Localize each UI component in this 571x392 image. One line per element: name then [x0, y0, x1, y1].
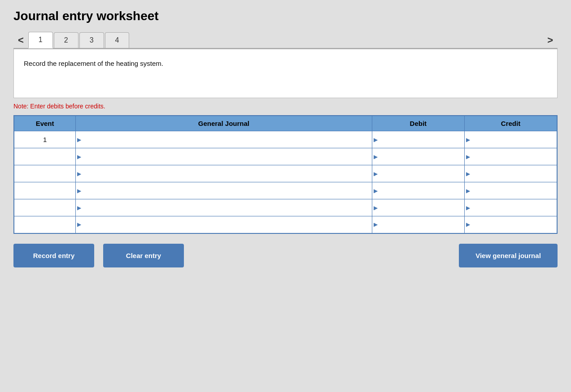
- tab-3[interactable]: 3: [79, 32, 104, 48]
- instruction-text: Record the replacement of the heating sy…: [24, 60, 163, 67]
- instruction-box: Record the replacement of the heating sy…: [13, 49, 558, 98]
- journal-table: Event General Journal Debit Credit 1▶▶▶▶…: [13, 115, 558, 234]
- journal-cell-1[interactable]: ▶: [76, 148, 372, 165]
- event-cell-1: [14, 148, 76, 165]
- credit-input-1[interactable]: [465, 148, 557, 165]
- header-general-journal: General Journal: [76, 116, 372, 131]
- journal-input-4[interactable]: [76, 199, 372, 216]
- event-cell-4: [14, 199, 76, 216]
- table-row: ▶▶▶: [14, 199, 557, 216]
- page-title: Journal entry worksheet: [13, 9, 558, 23]
- tab-4[interactable]: 4: [105, 32, 130, 48]
- debit-cell-3[interactable]: ▶: [372, 182, 464, 199]
- tab-1[interactable]: 1: [28, 32, 53, 48]
- credit-cell-3[interactable]: ▶: [465, 182, 557, 199]
- prev-arrow-button[interactable]: <: [13, 33, 28, 48]
- journal-cell-0[interactable]: ▶: [76, 131, 372, 148]
- journal-input-3[interactable]: [76, 182, 372, 199]
- next-arrow-button[interactable]: >: [543, 33, 558, 48]
- credit-cell-5[interactable]: ▶: [465, 216, 557, 233]
- journal-input-5[interactable]: [76, 216, 372, 233]
- debit-cell-1[interactable]: ▶: [372, 148, 464, 165]
- credit-input-2[interactable]: [465, 165, 557, 182]
- event-cell-3: [14, 182, 76, 199]
- debit-input-4[interactable]: [372, 199, 464, 216]
- credit-input-0[interactable]: [465, 131, 557, 148]
- credit-input-3[interactable]: [465, 182, 557, 199]
- journal-cell-3[interactable]: ▶: [76, 182, 372, 199]
- debit-input-5[interactable]: [372, 216, 464, 233]
- tab-2[interactable]: 2: [54, 32, 78, 48]
- debit-input-2[interactable]: [372, 165, 464, 182]
- debit-input-1[interactable]: [372, 148, 464, 165]
- buttons-row: Record entry Clear entry View general jo…: [13, 244, 558, 267]
- debit-cell-5[interactable]: ▶: [372, 216, 464, 233]
- table-row: 1▶▶▶: [14, 131, 557, 148]
- record-entry-button[interactable]: Record entry: [13, 244, 94, 267]
- credit-cell-2[interactable]: ▶: [465, 165, 557, 182]
- credit-input-5[interactable]: [465, 216, 557, 233]
- credit-cell-0[interactable]: ▶: [465, 131, 557, 148]
- clear-entry-button[interactable]: Clear entry: [103, 244, 184, 267]
- event-cell-5: [14, 216, 76, 233]
- table-row: ▶▶▶: [14, 165, 557, 182]
- credit-cell-1[interactable]: ▶: [465, 148, 557, 165]
- table-row: ▶▶▶: [14, 216, 557, 233]
- event-cell-2: [14, 165, 76, 182]
- view-general-journal-button[interactable]: View general journal: [459, 244, 558, 267]
- debit-cell-4[interactable]: ▶: [372, 199, 464, 216]
- debit-cell-2[interactable]: ▶: [372, 165, 464, 182]
- header-debit: Debit: [372, 116, 464, 131]
- journal-cell-5[interactable]: ▶: [76, 216, 372, 233]
- debit-input-0[interactable]: [372, 131, 464, 148]
- journal-cell-4[interactable]: ▶: [76, 199, 372, 216]
- journal-input-0[interactable]: [76, 131, 372, 148]
- table-row: ▶▶▶: [14, 148, 557, 165]
- tabs-container: < 1 2 3 4 >: [13, 31, 558, 49]
- header-event: Event: [14, 116, 76, 131]
- header-credit: Credit: [465, 116, 557, 131]
- journal-input-2[interactable]: [76, 165, 372, 182]
- event-cell-0: 1: [14, 131, 76, 148]
- journal-input-1[interactable]: [76, 148, 372, 165]
- note-text: Note: Enter debits before credits.: [13, 103, 558, 110]
- credit-input-4[interactable]: [465, 199, 557, 216]
- table-row: ▶▶▶: [14, 182, 557, 199]
- credit-cell-4[interactable]: ▶: [465, 199, 557, 216]
- debit-cell-0[interactable]: ▶: [372, 131, 464, 148]
- debit-input-3[interactable]: [372, 182, 464, 199]
- journal-cell-2[interactable]: ▶: [76, 165, 372, 182]
